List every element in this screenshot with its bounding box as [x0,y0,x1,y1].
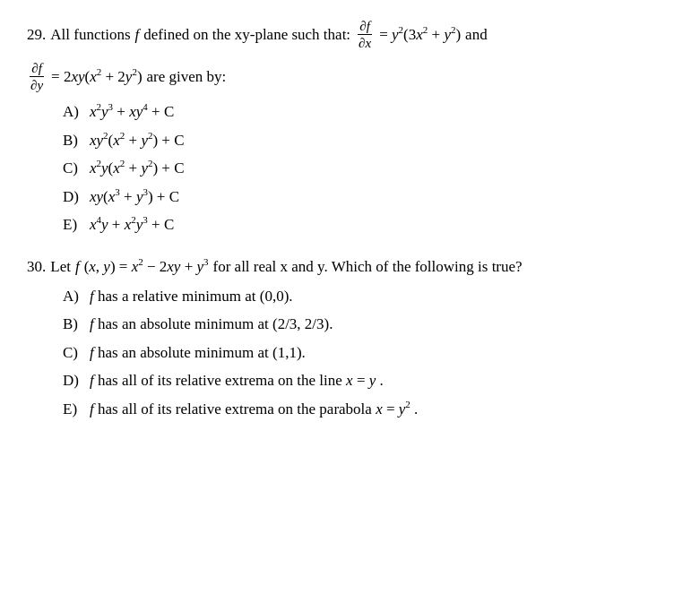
q30-option-a: A) f has a relative minimum at (0,0). [63,285,673,308]
q30-option-d-label: D) [63,369,84,392]
q29-option-b-text: xy2(x2 + y2) + C [90,129,185,152]
q29-options: A) x2y3 + xy4 + C B) xy2(x2 + y2) + C C)… [63,100,673,237]
q30-option-a-text: f has a relative minimum at (0,0). [90,285,293,308]
q30-option-e-label: E) [63,398,84,421]
problem-29: 29. All functions f defined on the xy-pl… [27,18,673,237]
q29-and: and [465,26,488,44]
q29-f: f [135,26,140,44]
q29-option-e: E) x4y + x2y3 + C [63,213,673,237]
q29-second-row: ∂f ∂y = 2xy(x2 + 2y2) are given by: [27,60,673,93]
q29-option-a-text: x2y3 + xy4 + C [90,100,174,124]
q29-option-a: A) x2y3 + xy4 + C [63,100,673,124]
q30-options: A) f has a relative minimum at (0,0). B)… [63,285,673,421]
q29-option-b: B) xy2(x2 + y2) + C [63,129,673,152]
q29-fraction1: ∂f ∂x [357,18,373,51]
q29-are-given: are given by: [147,68,227,86]
q30-header: 30. Let f(x, y) = x2 − 2xy + y3 for all … [27,258,673,276]
q29-frac1-num: ∂f [358,18,372,35]
q29-cond2-rhs: = 2xy(x2 + 2y2) [51,68,142,86]
q30-function-def: f [75,258,80,276]
q30-option-c-label: C) [63,341,84,365]
q29-option-c-label: C) [63,157,84,180]
q30-option-c-text: f has an absolute minimum at (1,1). [90,341,306,365]
q30-option-e-text: f has all of its relative extrema on the… [90,398,418,421]
q30-option-a-label: A) [63,285,84,308]
q29-frac2-num: ∂f [30,60,44,77]
q29-option-d-label: D) [63,185,84,209]
q29-option-e-text: x4y + x2y3 + C [90,213,174,237]
q29-intro: All functions [50,26,130,44]
q29-option-d: D) xy(x3 + y3) + C [63,185,673,209]
problem-30: 30. Let f(x, y) = x2 − 2xy + y3 for all … [27,258,673,421]
q30-option-b-text: f has an absolute minimum at (2/3, 2/3). [90,313,333,336]
q30-option-d-text: f has all of its relative extrema on the… [90,369,384,392]
q30-func-def-rest: (x, y) = x2 − 2xy + y3 [84,258,209,276]
q29-number: 29. [27,26,46,44]
q29-option-a-label: A) [63,100,84,124]
q29-option-b-label: B) [63,129,84,152]
q30-intro: Let [50,258,71,276]
q30-option-e: E) f has all of its relative extrema on … [63,398,673,421]
q29-option-c-text: x2y(x2 + y2) + C [90,157,185,180]
q29-top-row: 29. All functions f defined on the xy-pl… [27,18,673,51]
q30-option-d: D) f has all of its relative extrema on … [63,369,673,392]
q30-number: 30. [27,258,46,276]
q30-option-b-label: B) [63,313,84,336]
q29-frac1-den: ∂x [357,35,373,51]
q30-tail: for all real x and y. Which of the follo… [213,258,523,276]
q29-option-e-label: E) [63,213,84,237]
q29-option-d-text: xy(x3 + y3) + C [90,185,179,209]
q29-fraction2: ∂f ∂y [29,60,45,93]
q29-defined: defined on the xy-plane such that: [143,26,350,44]
q29-cond1-rhs: = y2(3x2 + y2) [379,26,461,44]
q29-option-c: C) x2y(x2 + y2) + C [63,157,673,180]
q29-frac2-den: ∂y [29,77,45,93]
q30-option-c: C) f has an absolute minimum at (1,1). [63,341,673,365]
q30-option-b: B) f has an absolute minimum at (2/3, 2/… [63,313,673,336]
